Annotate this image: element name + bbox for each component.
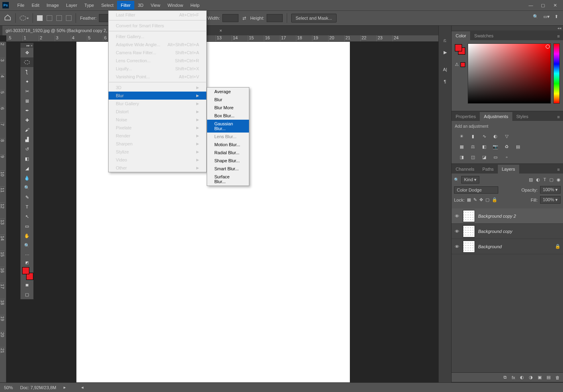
minimize-button[interactable]: — <box>527 2 535 8</box>
lock-all-icon[interactable]: 🔒 <box>492 197 497 202</box>
selection-add-icon[interactable] <box>47 15 52 21</box>
dodge-tool[interactable]: 🔍 <box>21 183 33 192</box>
foreground-background-colors[interactable] <box>22 267 35 280</box>
blur-tool[interactable]: 💧 <box>21 173 33 183</box>
filter-item[interactable]: Render▶ <box>109 132 206 140</box>
filter-item[interactable]: Video▶ <box>109 156 206 164</box>
tab-close-icon[interactable]: × <box>220 28 222 33</box>
filter-adjust-icon[interactable]: ◐ <box>536 177 540 182</box>
menu-window[interactable]: Window <box>164 1 187 10</box>
filter-pixel-icon[interactable]: ▨ <box>529 177 533 182</box>
layer-row[interactable]: 👁Background copy <box>452 224 563 239</box>
toolbox-header[interactable]: ▸▸ × <box>21 43 33 48</box>
blur-item[interactable]: Shape Blur... <box>207 157 249 165</box>
color-fg-bg-swatches[interactable] <box>455 44 465 55</box>
invert-icon[interactable]: ◨ <box>458 153 465 161</box>
visibility-icon[interactable]: 👁 <box>454 214 460 218</box>
selection-subtract-icon[interactable] <box>56 15 62 21</box>
tab-swatches[interactable]: Swatches <box>470 31 497 40</box>
layer-filter-kind[interactable]: Kind ▾ <box>461 176 479 184</box>
visibility-icon[interactable]: 👁 <box>454 229 460 234</box>
menu-filter[interactable]: Filter <box>117 1 134 10</box>
lock-position-icon[interactable]: ✥ <box>479 197 483 202</box>
tab-adjustments[interactable]: Adjustments <box>480 112 512 121</box>
menu-select[interactable]: Select <box>98 1 117 10</box>
filter-item[interactable]: Lens Correction...Shift+Ctrl+R <box>109 57 206 65</box>
threshold-icon[interactable]: ◪ <box>481 153 488 161</box>
tab-channels[interactable]: Channels <box>452 165 478 174</box>
menu-help[interactable]: Help <box>187 1 203 10</box>
filter-item[interactable]: Pixelate▶ <box>109 124 206 132</box>
stamp-tool[interactable]: ▟ <box>21 135 33 144</box>
blur-item[interactable]: Surface Blur... <box>207 173 249 186</box>
workspace-switcher-icon[interactable]: ▭▾ <box>543 14 550 19</box>
exposure-icon[interactable]: ◐ <box>492 133 499 140</box>
lock-image-icon[interactable]: ✎ <box>473 197 477 202</box>
zoom-level[interactable]: 50% <box>4 385 13 390</box>
type-tool[interactable]: T <box>21 202 33 212</box>
character-icon[interactable]: A| <box>443 67 447 72</box>
filter-item[interactable]: Noise▶ <box>109 116 206 124</box>
doc-info-chevron[interactable]: ▸ <box>64 385 66 390</box>
filter-item[interactable]: Sharpen▶ <box>109 140 206 148</box>
filter-item[interactable]: Filter Gallery... <box>109 33 206 41</box>
lock-artboard-icon[interactable]: ▢ <box>485 197 489 202</box>
eyedropper-tool[interactable]: ✒ <box>21 106 33 115</box>
filter-smart-icon[interactable]: ◉ <box>557 177 561 182</box>
panel-menu-icon[interactable]: ≡ <box>554 32 563 40</box>
blur-item[interactable]: Radial Blur... <box>207 149 249 157</box>
frame-tool[interactable]: ⊠ <box>21 96 33 106</box>
hand-tool[interactable]: ✋ <box>21 231 33 241</box>
history-icon[interactable]: ⎌ <box>444 38 446 43</box>
filter-item[interactable]: Adaptive Wide Angle...Alt+Shift+Ctrl+A <box>109 41 206 49</box>
menu-view[interactable]: View <box>147 1 164 10</box>
width-input[interactable] <box>222 14 238 22</box>
adjustment-layer-icon[interactable]: ◑ <box>529 375 533 380</box>
filter-item[interactable]: 3D▶ <box>109 84 206 92</box>
pen-tool[interactable]: ✎ <box>21 192 33 202</box>
menu-type[interactable]: Type <box>81 1 98 10</box>
opacity-input[interactable]: 100% ▾ <box>540 186 561 194</box>
tab-color[interactable]: Color <box>452 31 470 40</box>
colbal-icon[interactable]: ⚖ <box>469 143 477 150</box>
blur-item[interactable]: Lens Blur... <box>207 133 249 141</box>
close-button[interactable]: ✕ <box>551 2 559 8</box>
doc-info[interactable]: Doc: 7,92M/23,8M <box>20 385 56 390</box>
selcolor-icon[interactable]: ▫ <box>503 153 510 161</box>
move-tool[interactable]: ✥ <box>21 48 33 57</box>
fill-input[interactable]: 100% ▾ <box>540 196 561 204</box>
history-brush-tool[interactable]: ↺ <box>21 144 33 154</box>
gamut-color[interactable] <box>460 62 465 67</box>
menu-file[interactable]: File <box>14 1 28 10</box>
layer-row[interactable]: 👁Background🔒 <box>452 239 563 254</box>
maximize-button[interactable]: ▢ <box>539 2 547 8</box>
blur-item[interactable]: Blur More <box>207 104 249 112</box>
brush-tool[interactable]: 🖌 <box>21 125 33 135</box>
lock-transparent-icon[interactable]: ▦ <box>467 197 471 202</box>
scroll-left-icon[interactable]: ◂ <box>81 385 84 390</box>
default-colors-icon[interactable]: ◩ <box>21 260 33 265</box>
hue-icon[interactable]: ▦ <box>458 143 465 150</box>
foreground-color[interactable] <box>22 267 29 274</box>
filter-item[interactable]: Distort▶ <box>109 108 206 116</box>
filter-item[interactable]: Other▶ <box>109 164 206 172</box>
search-icon[interactable]: 🔍 <box>533 14 538 19</box>
share-icon[interactable]: ⬆ <box>555 14 558 19</box>
filter-item[interactable]: Blur Gallery▶ <box>109 100 206 108</box>
filter-item[interactable]: Stylize▶ <box>109 148 206 156</box>
layer-row[interactable]: 👁Background copy 2 <box>452 208 563 224</box>
swap-icon[interactable]: ⇄ <box>242 16 246 21</box>
brightness-icon[interactable]: ☀ <box>458 133 465 140</box>
filter-item[interactable]: Convert for Smart Filters <box>109 22 206 30</box>
crop-tool[interactable]: ✂ <box>21 86 33 96</box>
tab-layers[interactable]: Layers <box>498 165 519 174</box>
select-and-mask-button[interactable]: Select and Mask... <box>291 14 337 22</box>
color-field[interactable] <box>468 43 551 104</box>
menu-image[interactable]: Image <box>43 1 63 10</box>
paragraph-icon[interactable]: ¶ <box>444 79 446 84</box>
document-tab[interactable]: girl-3033718_1920.jpg @ 50% (Background … <box>2 26 115 35</box>
lasso-tool[interactable]: ƪ <box>21 67 33 77</box>
menu-edit[interactable]: Edit <box>28 1 43 10</box>
menu-3d[interactable]: 3D <box>134 1 147 10</box>
curves-icon[interactable]: ∿ <box>481 133 488 140</box>
